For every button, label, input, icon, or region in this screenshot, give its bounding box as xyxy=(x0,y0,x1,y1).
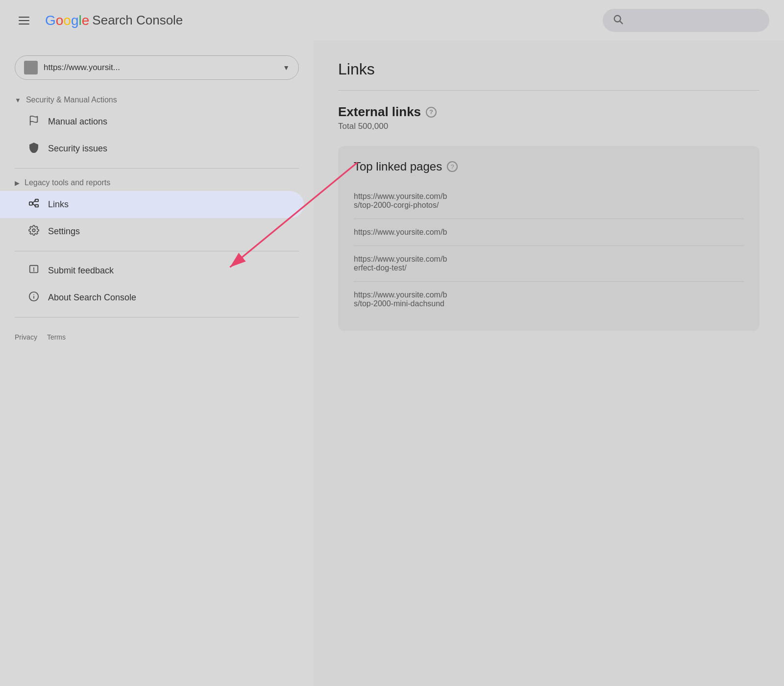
main-layout: https://www.yoursit... ▼ ▼ Security & Ma… xyxy=(0,41,784,686)
external-links-section: External links ? Total 500,000 xyxy=(338,104,760,131)
header: Google Search Console xyxy=(0,0,784,41)
section-arrow-icon-2: ▶ xyxy=(15,179,20,187)
list-item: https://www.yoursite.com/b xyxy=(354,219,744,246)
legacy-section-header[interactable]: ▶ Legacy tools and reports xyxy=(0,174,314,191)
google-logo: Google Search Console xyxy=(45,13,183,28)
svg-rect-5 xyxy=(35,205,38,207)
svg-rect-3 xyxy=(29,202,32,205)
feedback-icon xyxy=(28,264,39,277)
info-icon xyxy=(28,291,39,304)
footer-links: Privacy Terms xyxy=(0,323,314,351)
settings-icon xyxy=(28,225,39,238)
settings-label: Settings xyxy=(48,226,80,237)
flag-icon xyxy=(28,115,39,128)
top-linked-help-icon[interactable]: ? xyxy=(447,161,458,172)
links-label: Links xyxy=(48,199,69,210)
external-links-total: Total 500,000 xyxy=(338,122,760,131)
svg-rect-4 xyxy=(35,199,38,202)
sidebar-item-manual-actions[interactable]: Manual actions xyxy=(0,108,304,135)
hamburger-menu-button[interactable] xyxy=(15,13,33,28)
main-content: Links External links ? Total 500,000 Top… xyxy=(314,41,784,686)
site-url: https://www.yoursit... xyxy=(44,63,277,73)
list-item: https://www.yoursite.com/bs/top-2000-min… xyxy=(354,282,744,317)
dropdown-arrow-icon: ▼ xyxy=(283,64,290,72)
about-label: About Search Console xyxy=(48,293,136,303)
divider-2 xyxy=(15,251,299,251)
content-divider xyxy=(338,90,760,91)
external-links-help-icon[interactable]: ? xyxy=(426,107,437,118)
terms-link[interactable]: Terms xyxy=(47,333,66,341)
top-linked-pages-title: Top linked pages xyxy=(354,160,442,173)
security-issues-label: Security issues xyxy=(48,144,107,154)
sidebar-item-feedback[interactable]: Submit feedback xyxy=(0,257,304,284)
section-label: Security & Manual Actions xyxy=(26,96,117,104)
list-item: https://www.yoursite.com/bs/top-2000-cor… xyxy=(354,183,744,219)
sidebar-item-security-issues[interactable]: Security issues xyxy=(0,135,304,162)
privacy-link[interactable]: Privacy xyxy=(15,333,37,341)
svg-line-6 xyxy=(32,200,35,203)
divider-1 xyxy=(15,168,299,169)
top-linked-card: Top linked pages ? https://www.yoursite.… xyxy=(338,146,760,331)
sidebar: https://www.yoursit... ▼ ▼ Security & Ma… xyxy=(0,41,314,686)
site-selector[interactable]: https://www.yoursit... ▼ xyxy=(15,55,299,80)
feedback-label: Submit feedback xyxy=(48,266,114,276)
section-arrow-icon: ▼ xyxy=(15,97,21,104)
external-links-title: External links xyxy=(338,104,421,120)
legacy-section-label: Legacy tools and reports xyxy=(24,178,110,187)
svg-point-11 xyxy=(34,270,34,271)
sidebar-item-settings[interactable]: Settings xyxy=(0,218,304,245)
divider-3 xyxy=(15,317,299,318)
sidebar-item-about[interactable]: About Search Console xyxy=(0,284,304,311)
links-icon xyxy=(28,198,39,211)
security-section-header[interactable]: ▼ Security & Manual Actions xyxy=(0,92,314,108)
manual-actions-label: Manual actions xyxy=(48,117,107,127)
svg-point-8 xyxy=(32,229,35,232)
shield-icon xyxy=(28,142,39,155)
svg-line-1 xyxy=(620,21,622,24)
search-icon xyxy=(612,14,623,27)
app-name: Search Console xyxy=(92,13,183,28)
page-title: Links xyxy=(338,60,760,78)
sidebar-item-links[interactable]: Links xyxy=(0,191,304,218)
site-favicon xyxy=(24,61,38,74)
search-bar[interactable] xyxy=(603,9,769,32)
list-item: https://www.yoursite.com/berfect-dog-tes… xyxy=(354,246,744,282)
